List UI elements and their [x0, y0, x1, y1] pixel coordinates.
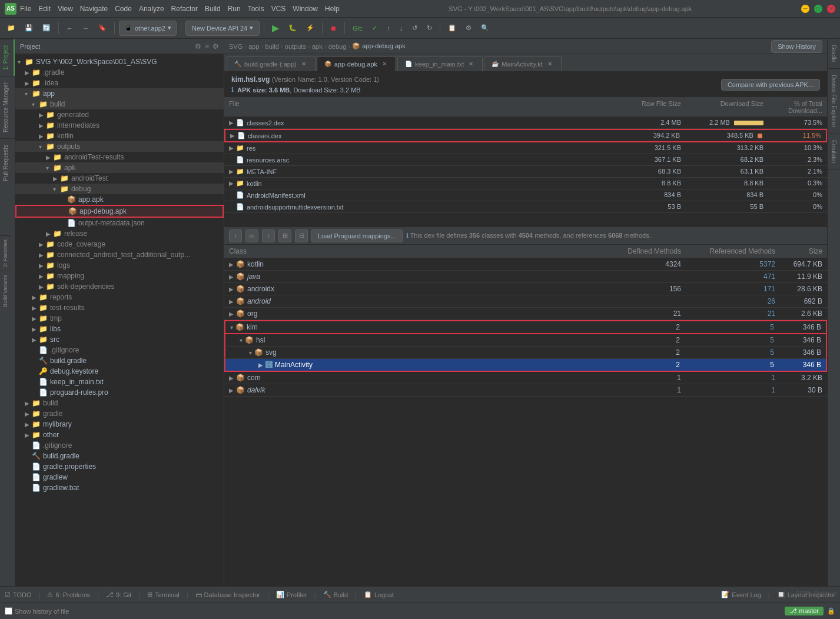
- class-row-mainactivity[interactable]: ▶ 🅲 MainActivity 2 5 346 B: [224, 359, 827, 372]
- toolbar-sync-btn[interactable]: 🔄: [39, 21, 54, 36]
- device-selector[interactable]: 📱 other.app2 ▾: [119, 21, 177, 36]
- tab-apk-close[interactable]: ✕: [380, 60, 389, 68]
- menu-vcs[interactable]: VCS: [271, 5, 286, 13]
- toolbar-back-btn[interactable]: ←: [63, 21, 77, 36]
- project-panel-tab[interactable]: 1: Project: [0, 39, 15, 76]
- debug-button[interactable]: 🐛: [285, 21, 300, 36]
- dex-btn-collapse[interactable]: ⊟: [295, 229, 308, 242]
- menu-file[interactable]: File: [20, 5, 31, 13]
- tree-item-generated[interactable]: ▶ 📁 generated: [15, 109, 224, 120]
- menu-run[interactable]: Run: [228, 5, 241, 13]
- terminal-button[interactable]: ⊞ Terminal: [147, 591, 180, 598]
- tree-item-gradle-properties[interactable]: ▶ 📄 gradle.properties: [15, 461, 224, 472]
- tree-item-build-root[interactable]: ▶ 📁 build: [15, 398, 224, 408]
- file-row-res[interactable]: ▶ 📁 res 321.5 KB 313.2 KB 10.3%: [224, 142, 827, 154]
- device-manager-btn[interactable]: 📋: [444, 21, 460, 36]
- breadcrumb-svg[interactable]: SVG: [229, 43, 243, 50]
- event-log-button[interactable]: 📝 Event Log: [721, 591, 761, 598]
- toolbar-redo-btn[interactable]: ↻: [423, 21, 436, 36]
- breadcrumb-app[interactable]: app: [248, 43, 259, 50]
- file-row-manifest[interactable]: ▶ 📄 AndroidManifest.xml 834 B 834 B 0%: [224, 189, 827, 201]
- tree-item-app[interactable]: ▾ 📁 app: [15, 88, 224, 99]
- logcat-button[interactable]: 📋 Logcat: [364, 591, 394, 598]
- tree-item-idea[interactable]: ▶ 📁 .idea: [15, 78, 224, 88]
- dex-btn-expand[interactable]: ⊞: [278, 229, 291, 242]
- tree-item-sdk-dependencies[interactable]: ▶ 📁 sdk-dependencies: [15, 281, 224, 292]
- tree-item-gradle[interactable]: ▶ 📁 .gradle: [15, 67, 224, 78]
- class-row-hsl[interactable]: ▾ 📦 hsl 2 5 346 B: [224, 334, 827, 347]
- master-branch-badge[interactable]: ⎇ master: [785, 607, 824, 615]
- class-row-kotlin[interactable]: ▶ 📦 kotlin 4324 5372 694.7 KB: [224, 258, 827, 271]
- tree-item-proguard[interactable]: ▶ 📄 proguard-rules.pro: [15, 387, 224, 398]
- build-button[interactable]: 🔨 Build: [323, 591, 348, 598]
- class-row-kim[interactable]: ▾ 📦 kim 2 5 346 B: [224, 320, 827, 334]
- breadcrumb-apk[interactable]: apk: [312, 43, 323, 50]
- class-row-svg[interactable]: ▾ 📦 svg 2 5 346 B: [224, 347, 827, 359]
- tree-item-app-apk[interactable]: ▶ 📦 app.apk: [15, 194, 224, 205]
- tree-settings-icon[interactable]: ⚙: [213, 42, 219, 51]
- tree-item-debug-keystore[interactable]: ▶ 🔑 debug.keystore: [15, 366, 224, 377]
- tree-item-reports[interactable]: ▶ 📁 reports: [15, 292, 224, 302]
- vcs-push-btn[interactable]: ↑: [383, 21, 394, 36]
- tree-item-libs[interactable]: ▶ 📁 libs: [15, 324, 224, 334]
- toolbar-bookmark-btn[interactable]: 🔖: [95, 21, 110, 36]
- menu-code[interactable]: Code: [115, 5, 132, 13]
- menu-analyze[interactable]: Analyze: [139, 5, 164, 13]
- class-row-android[interactable]: ▶ 📦 android 26 692 B: [224, 295, 827, 308]
- file-row-classesdex[interactable]: ▶ 📄 classes.dex 394.2 KB 348.5 KB 11.5%: [224, 129, 827, 142]
- tab-keep-in-main[interactable]: 📄 keep_in_main.txt ✕: [397, 56, 483, 71]
- tree-item-outputs[interactable]: ▾ 📁 outputs: [15, 141, 224, 152]
- tab-main-activity-close[interactable]: ✕: [546, 60, 554, 68]
- breadcrumb-debug[interactable]: debug: [328, 43, 347, 50]
- file-row-resources[interactable]: 📄 resources.arsc 367.1 KB 68.2 KB 2.3%: [224, 154, 827, 166]
- tree-item-release[interactable]: ▶ 📁 release: [15, 228, 224, 239]
- favorites-tab[interactable]: 2: Favorites: [0, 235, 11, 271]
- tree-item-mylibrary[interactable]: ▶ 📁 mylibrary: [15, 419, 224, 430]
- problems-button[interactable]: ⚠ 6: Problems: [47, 591, 90, 598]
- tree-item-apk[interactable]: ▾ 📁 apk: [15, 162, 224, 173]
- profile-button[interactable]: ⚡: [303, 21, 318, 36]
- tree-item-src[interactable]: ▶ 📁 src: [15, 334, 224, 345]
- tree-item-gradle-root[interactable]: ▶ 📁 gradle: [15, 408, 224, 419]
- profiler-button[interactable]: 📊 Profiler: [276, 591, 307, 598]
- tree-item-tmp[interactable]: ▶ 📁 tmp: [15, 313, 224, 324]
- tree-root[interactable]: ▾ 📁 SVG Y:\002_WorkSpace\001_AS\SVG: [15, 56, 224, 67]
- tab-app-debug-apk[interactable]: 📦 app-debug.apk ✕: [317, 56, 396, 71]
- tree-item-build-gradle[interactable]: ▶ 🔨 build.gradle: [15, 355, 224, 366]
- vcs-commit-btn[interactable]: ✓: [368, 21, 381, 36]
- database-inspector-button[interactable]: 🗃 Database Inspector: [195, 591, 260, 598]
- todo-button[interactable]: ☑ TODO: [5, 591, 32, 598]
- menu-window[interactable]: Window: [293, 5, 318, 13]
- menu-help[interactable]: Help: [325, 5, 340, 13]
- menu-refactor[interactable]: Refactor: [171, 5, 198, 13]
- compare-button[interactable]: Compare with previous APK...: [721, 79, 820, 91]
- tree-item-androidtest[interactable]: ▶ 📁 androidTest: [15, 173, 224, 184]
- tree-item-build-gradle-root[interactable]: ▶ 🔨 build.gradle: [15, 451, 224, 461]
- tree-item-gradlew[interactable]: ▶ 📄 gradlew: [15, 472, 224, 482]
- vcs-pull-btn[interactable]: ↓: [396, 21, 407, 36]
- emulator-tab[interactable]: Emulator: [828, 134, 839, 170]
- tab-build-gradle-close[interactable]: ✕: [300, 60, 308, 68]
- toolbar-undo-btn[interactable]: ↺: [409, 21, 421, 36]
- build-variants-tab[interactable]: Build Variants: [0, 271, 11, 311]
- tree-item-androidtestresults[interactable]: ▶ 📁 androidTest-results: [15, 152, 224, 162]
- file-row-multidex[interactable]: ▶ 📄 androidsupportmultidexversion.txt 53…: [224, 201, 827, 213]
- tab-build-gradle[interactable]: 🔨 build.gradle (:app) ✕: [227, 56, 316, 71]
- show-history-checkbox[interactable]: [5, 607, 12, 615]
- new-device-button[interactable]: New Device API 24 ▾: [185, 21, 260, 36]
- tree-item-other[interactable]: ▶ 📁 other: [15, 430, 224, 440]
- class-row-com[interactable]: ▶ 📦 com 1 1 3.2 KB: [224, 372, 827, 384]
- tree-item-build[interactable]: ▾ 📁 build: [15, 99, 224, 109]
- pull-requests-tab[interactable]: Pull Requests: [0, 138, 15, 187]
- tree-item-kotlin[interactable]: ▶ 📁 kotlin: [15, 131, 224, 141]
- class-row-org[interactable]: ▶ 📦 org 21 21 2.6 KB: [224, 308, 827, 320]
- search-btn[interactable]: 🔍: [477, 21, 493, 36]
- tree-filter-icon[interactable]: ≡: [205, 42, 209, 51]
- tree-item-app-debug-apk[interactable]: ▶ 📦 app-debug.apk: [15, 205, 224, 218]
- tree-item-intermediates[interactable]: ▶ 📁 intermediates: [15, 120, 224, 131]
- run-button[interactable]: ▶: [268, 21, 283, 36]
- tree-item-keep-in-main[interactable]: ▶ 📄 keep_in_main.txt: [15, 377, 224, 387]
- file-row-kotlin-folder[interactable]: ▶ 📁 kotlin 8.8 KB 8.8 KB 0.3%: [224, 178, 827, 189]
- dex-btn-r2[interactable]: r: [262, 229, 275, 242]
- show-history-button[interactable]: Show History: [771, 40, 822, 53]
